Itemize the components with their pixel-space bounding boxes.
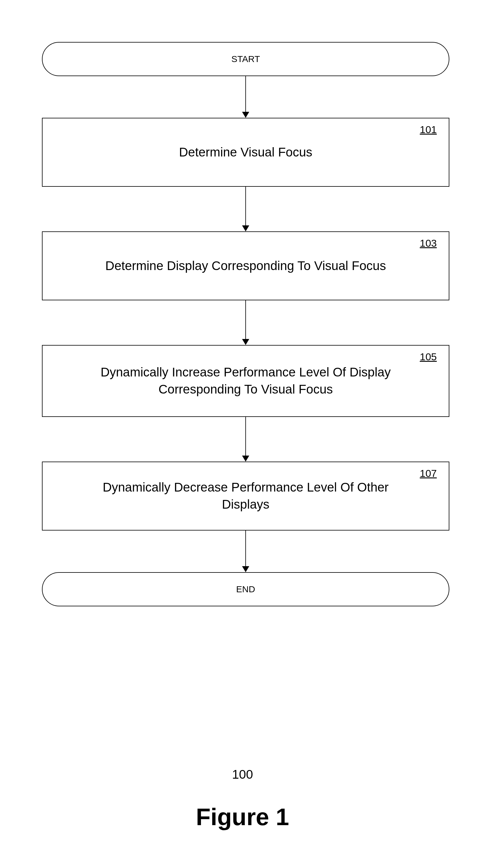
arrow-icon <box>242 417 249 462</box>
arrow-shaft <box>245 300 246 339</box>
start-terminal: START <box>42 42 449 76</box>
step-label: Dynamically Decrease Performance Level O… <box>42 479 449 513</box>
process-step-103: 103 Determine Display Corresponding To V… <box>42 231 449 300</box>
process-step-107: 107 Dynamically Decrease Performance Lev… <box>42 462 449 530</box>
step-ref: 107 <box>420 468 437 479</box>
step-label: Determine Display Corresponding To Visua… <box>69 257 422 275</box>
arrow-head-icon <box>242 112 249 118</box>
step-ref: 101 <box>420 124 437 135</box>
end-terminal: END <box>42 572 449 606</box>
step-label: Dynamically Increase Performance Level O… <box>42 364 449 398</box>
arrow-icon <box>242 300 249 345</box>
end-label: END <box>236 584 255 594</box>
arrow-head-icon <box>242 339 249 345</box>
arrow-icon <box>242 530 249 572</box>
process-step-101: 101 Determine Visual Focus <box>42 118 449 187</box>
arrow-head-icon <box>242 225 249 231</box>
arrow-shaft <box>245 530 246 566</box>
page: START 101 Determine Visual Focus 103 Det… <box>0 0 485 868</box>
arrow-head-icon <box>242 456 249 462</box>
figure-number: 100 <box>0 767 485 782</box>
arrow-shaft <box>245 187 246 226</box>
arrow-head-icon <box>242 566 249 572</box>
arrow-icon <box>242 187 249 231</box>
arrow-shaft <box>245 417 246 456</box>
start-label: START <box>231 54 260 64</box>
step-ref: 103 <box>420 237 437 249</box>
process-step-105: 105 Dynamically Increase Performance Lev… <box>42 345 449 417</box>
arrow-icon <box>242 76 249 118</box>
flowchart: START 101 Determine Visual Focus 103 Det… <box>42 42 449 606</box>
step-ref: 105 <box>420 351 437 363</box>
figure-title: Figure 1 <box>0 803 485 831</box>
step-label: Determine Visual Focus <box>143 144 348 161</box>
arrow-shaft <box>245 76 246 112</box>
